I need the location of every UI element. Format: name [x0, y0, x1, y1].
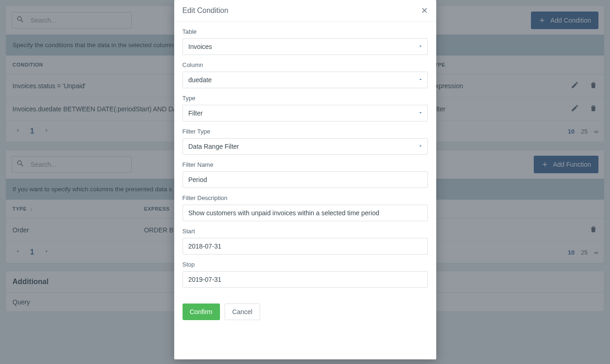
filter-description-input[interactable] — [183, 205, 428, 221]
cancel-button[interactable]: Cancel — [225, 303, 261, 320]
start-label: Start — [183, 228, 428, 235]
start-input[interactable] — [183, 238, 428, 255]
type-label: Type — [183, 95, 428, 102]
modal-overlay[interactable]: Edit Condition ✕ Table Invoices Column d… — [0, 0, 610, 364]
confirm-button[interactable]: Confirm — [183, 303, 220, 320]
stop-label: Stop — [183, 261, 428, 268]
close-icon[interactable]: ✕ — [421, 6, 428, 15]
type-select[interactable]: Filter — [183, 105, 428, 121]
filter-type-label: Filter Type — [183, 128, 428, 135]
filter-description-label: Filter Description — [183, 194, 428, 201]
filter-name-label: Filter Name — [183, 161, 428, 168]
stop-input[interactable] — [183, 271, 428, 288]
table-label: Table — [183, 28, 428, 35]
column-select[interactable]: duedate — [183, 72, 428, 88]
modal-title: Edit Condition — [183, 6, 229, 15]
column-label: Column — [183, 61, 428, 68]
filter-name-input[interactable] — [183, 171, 428, 188]
filter-type-select[interactable]: Data Range Filter — [183, 138, 428, 155]
edit-condition-modal: Edit Condition ✕ Table Invoices Column d… — [174, 0, 436, 359]
table-select[interactable]: Invoices — [183, 38, 428, 55]
